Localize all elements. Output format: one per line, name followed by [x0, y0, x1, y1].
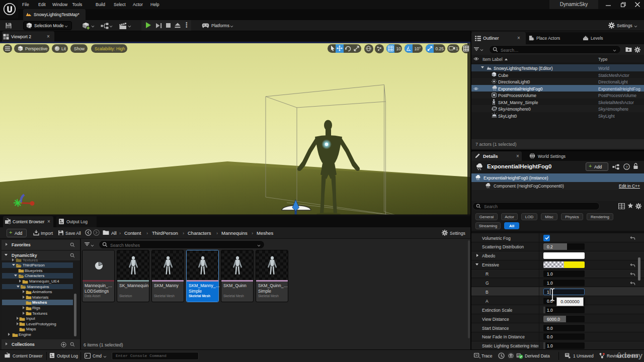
svg-text:?: ? — [625, 165, 628, 169]
